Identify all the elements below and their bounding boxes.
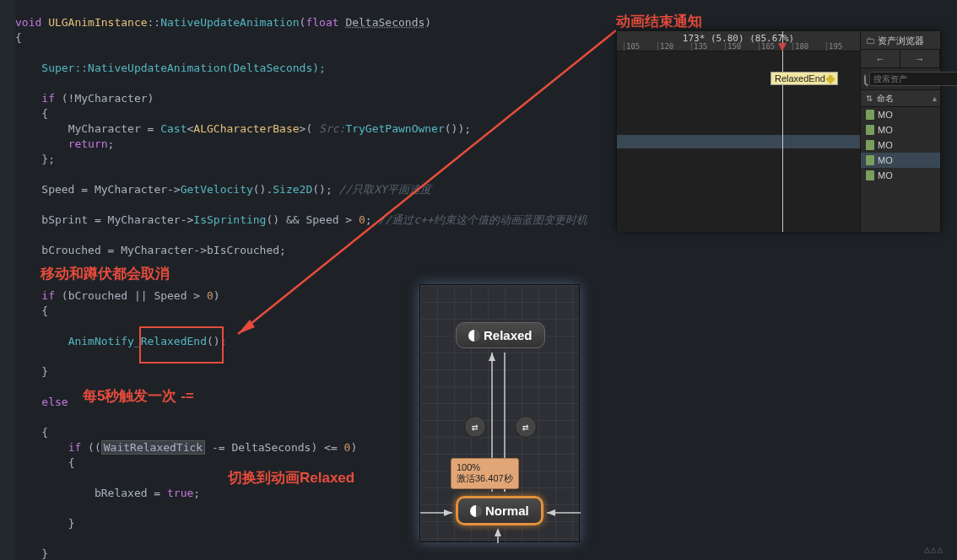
asset-browser-title: 🗀资产浏览器 — [861, 31, 940, 50]
ruler-tick: 165 — [759, 42, 775, 51]
asset-row[interactable]: MO — [861, 153, 940, 168]
asset-row[interactable]: MO — [861, 107, 940, 122]
asset-icon — [866, 170, 874, 180]
asset-name: MO — [878, 153, 893, 168]
state-icon — [470, 505, 482, 517]
asset-icon — [866, 110, 874, 120]
timeline-track-highlight — [617, 135, 860, 148]
nav-back-button[interactable]: ← — [861, 50, 900, 67]
asset-column-header[interactable]: 命名 ▴ — [861, 90, 940, 107]
transition-node-right[interactable]: ⇄ — [515, 416, 537, 438]
annotation-trigger: 每5秒触发一次 -= — [83, 386, 194, 406]
keyword-void: void — [15, 16, 48, 29]
param-type: float — [305, 16, 338, 29]
asset-row[interactable]: MO — [861, 168, 940, 183]
svg-marker-11 — [495, 528, 501, 536]
asset-name: MO — [878, 137, 893, 153]
anim-notify-marker[interactable]: RelaxedEnd — [770, 72, 838, 85]
sort-icon — [866, 90, 874, 99]
state-node-normal[interactable]: Normal — [456, 496, 543, 525]
asset-icon — [866, 125, 874, 135]
ruler-tick: 180 — [792, 42, 808, 51]
transition-node-left[interactable]: ⇄ — [464, 416, 486, 438]
ruler-tick: 195 — [826, 42, 842, 51]
asset-row[interactable]: MO — [861, 137, 940, 153]
editor-gutter — [0, 0, 15, 560]
notify-diamond-icon — [825, 74, 835, 83]
ruler-tick: 105 — [624, 42, 640, 51]
timeline-track-area[interactable]: 173* (5.80) (85.67%) 1051201351501651801… — [617, 31, 860, 232]
ruler-tick: 150 — [725, 42, 741, 51]
asset-browser-panel: 🗀资产浏览器 ← → 命名 ▴ MOMOMOMOMO — [860, 31, 940, 232]
annotation-cancel: 移动和蹲伏都会取消 — [41, 264, 170, 283]
ruler-tick: 120 — [657, 42, 673, 51]
svg-marker-9 — [547, 509, 555, 516]
search-icon — [864, 74, 866, 84]
var-waitrelaxedtick: WaitRelaxedTick — [101, 440, 205, 455]
annotation-switch: 切换到动画Relaxed — [228, 468, 354, 487]
nav-forward-button[interactable]: → — [900, 50, 940, 67]
class-name: ULGAnimInstance — [48, 16, 147, 29]
asset-row[interactable]: MO — [861, 122, 940, 137]
asset-search-input[interactable] — [869, 72, 957, 86]
var-mychar: MyCharacter — [74, 92, 147, 105]
asset-name: MO — [878, 168, 893, 183]
state-tooltip: 100% 激活36.407秒 — [451, 458, 519, 489]
param-name: DeltaSeconds — [345, 16, 424, 29]
animation-timeline-panel: 173* (5.80) (85.67%) 1051201351501651801… — [616, 30, 941, 231]
comment: //通过c++约束这个值的动画蓝图变更时机 — [379, 213, 587, 226]
anim-state-machine[interactable]: Relaxed ⇄ ⇄ 100% 激活36.407秒 Normal — [419, 284, 580, 542]
asset-icon — [866, 155, 874, 165]
ruler-tick: 135 — [691, 42, 707, 51]
asset-name: MO — [878, 107, 893, 122]
annotation-anim-end: 动画结束通知 — [616, 12, 702, 31]
comment: //只取XY平面速度 — [339, 183, 431, 196]
state-icon — [468, 330, 480, 342]
whitespace-indicator: △△△ — [924, 544, 943, 555]
asset-icon — [866, 140, 874, 150]
asset-name: MO — [878, 122, 893, 137]
super-call: Super::NativeUpdateAnimation(DeltaSecond… — [41, 62, 326, 74]
state-node-relaxed[interactable]: Relaxed — [456, 322, 545, 348]
timeline-ruler[interactable]: 173* (5.80) (85.67%) 1051201351501651801… — [617, 31, 860, 51]
svg-marker-7 — [444, 509, 452, 516]
svg-marker-3 — [489, 353, 495, 361]
method-name: NativeUpdateAnimation — [160, 16, 299, 29]
highlight-box-animnotify — [139, 326, 224, 363]
folder-icon: 🗀 — [866, 35, 875, 46]
timeline-playhead[interactable] — [782, 31, 783, 232]
